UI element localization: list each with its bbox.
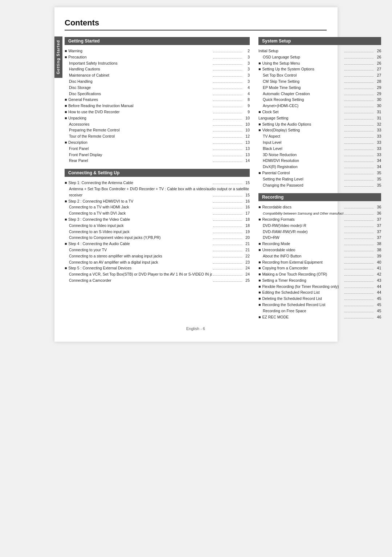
- toc-entry: Changing the Password35: [258, 182, 381, 188]
- toc-entry: Compatibility between Samsung and Other …: [258, 210, 381, 216]
- toc-entry: ■Parental Control35: [258, 170, 381, 176]
- right-column: System Setup Initial Setup26OSD Language…: [258, 37, 381, 320]
- page-number: 18: [243, 216, 250, 223]
- entry-text: TV Aspect: [263, 133, 343, 139]
- page-number: 27: [375, 66, 381, 72]
- page-number: 27: [375, 72, 381, 78]
- page-number: 24: [243, 271, 250, 277]
- leader: [344, 156, 373, 156]
- page-number: 41: [375, 265, 381, 271]
- leader: [213, 239, 242, 239]
- leader: [213, 64, 242, 65]
- page-number: 13: [243, 146, 250, 152]
- toc-entry: Handling Cautions3: [65, 66, 250, 72]
- entry-text: Antenna + Set Top Box Controller + DVD R…: [69, 186, 250, 192]
- leader: [213, 119, 242, 119]
- entry-text: ■Step 1: Connecting the Antenna Cable: [65, 180, 212, 186]
- page-number: 4: [243, 91, 250, 97]
- toc-entry: ■Making a One Touch Recording (OTR)42: [258, 271, 381, 277]
- page-number: 9: [243, 103, 250, 109]
- entry-text: Connecting to an S-Video input jack: [69, 229, 212, 235]
- leader: [344, 76, 373, 77]
- toc-entry: Front Panel13: [65, 146, 250, 152]
- entry-text: Connecting a VCR, Set Top Box(STB) or DV…: [69, 271, 212, 277]
- leader: [344, 101, 373, 101]
- leader: [213, 214, 242, 215]
- entry-text: ■Warning: [65, 48, 212, 54]
- toc-entry: Set Top Box Control27: [258, 72, 381, 78]
- toc-entry: Automatic Chapter Creation29: [258, 91, 381, 97]
- leader: [213, 233, 242, 233]
- toc-entry: OSD Language Setup26: [258, 54, 381, 60]
- toc-entry: TV Aspect33: [258, 133, 381, 139]
- toc-entry: Disc Handling3: [65, 78, 250, 85]
- leader: [344, 288, 373, 288]
- toc-entry: Connecting to your TV21: [65, 247, 250, 253]
- leader: [213, 125, 242, 126]
- page-number: 33: [375, 127, 381, 133]
- toc-entry: Connecting a Camcorder25: [65, 277, 250, 284]
- entry-text: ■Editing the Scheduled Record List: [258, 289, 343, 296]
- page-number: 3: [243, 78, 250, 85]
- toc-entry: EP Mode Time Setting29: [258, 85, 381, 91]
- leader: [344, 245, 373, 245]
- page-number: 16: [243, 198, 250, 204]
- toc-entry: ■Recording Formats37: [258, 216, 381, 223]
- entry-text: Disc Storage: [69, 85, 212, 91]
- entry-text: Preparing the Remote Control: [69, 127, 212, 133]
- page-number: 21: [243, 247, 250, 253]
- leader: [213, 143, 242, 144]
- toc-entry: Connecting a VCR, Set Top Box(STB) or DV…: [65, 271, 250, 277]
- entry-text: Connecting to a TV with DVI Jack: [69, 210, 212, 216]
- leader: [344, 52, 373, 52]
- entry-text: ■Unrecordable video: [258, 247, 343, 253]
- entry-text: ■Step 5 : Connecting External Devices: [65, 265, 212, 271]
- toc-entry: Black Level33: [258, 146, 381, 152]
- leader: [344, 137, 373, 138]
- page-number: 37: [375, 229, 381, 235]
- toc-entry: Maintenance of Cabinet3: [65, 72, 250, 78]
- toc-entry: ■Clock Set31: [258, 109, 381, 115]
- section-header-getting-started: Getting Started: [65, 37, 250, 45]
- page-number: 37: [375, 223, 381, 229]
- toc-entry: Connecting to Component video input jack…: [65, 235, 250, 241]
- entry-text: DVD+RW: [263, 235, 343, 241]
- page-number: 33: [375, 139, 381, 146]
- leader: [344, 143, 373, 144]
- toc-entry: ■Step 4 : Connecting the Audio Cable21: [65, 241, 250, 247]
- leader: [344, 233, 373, 233]
- leader: [344, 168, 373, 168]
- leader: [344, 312, 373, 312]
- toc-entry: ■Setting Up the Audio Options32: [258, 121, 381, 127]
- page-number: 37: [375, 235, 381, 241]
- toc-entry: Antenna + Set Top Box Controller + DVD R…: [65, 186, 250, 192]
- page-number: 33: [375, 152, 381, 158]
- toc-layout: Getting Started ■Warning2■Precaution3Imp…: [65, 37, 327, 320]
- entry-text: Front Panel: [69, 146, 212, 152]
- leader: [213, 113, 242, 113]
- toc-entry: Rear Panel14: [65, 158, 250, 164]
- page-number: 8: [243, 97, 250, 103]
- entry-text: ■Recording from External Equipment: [258, 259, 343, 265]
- leader: [344, 263, 373, 264]
- entry-text: Connecting to a TV with HDMI Jack: [69, 204, 212, 210]
- entry-text: OSD Language Setup: [263, 54, 343, 60]
- entry-text: Accessories: [69, 121, 212, 127]
- page-number: 10: [243, 115, 250, 121]
- page-number: 2: [243, 48, 250, 54]
- entry-text: Setting the Rating Level: [263, 176, 343, 182]
- leader: [344, 174, 373, 174]
- toc-entry: Disc Storage4: [65, 85, 250, 91]
- page-number: 35: [375, 182, 381, 188]
- toc-entry: ■Description13: [65, 139, 250, 146]
- leader: [213, 263, 242, 264]
- leader: [213, 245, 242, 245]
- page-number: 28: [375, 78, 381, 85]
- entry-text: DVD-RAM/-RW(VR mode): [263, 229, 343, 235]
- page-number: 30: [375, 103, 381, 109]
- toc-entry: ■Precaution3: [65, 54, 250, 60]
- entry-text: ■Setting a Timer Recording: [258, 277, 343, 284]
- entry-text: CM Skip Time Setting: [263, 78, 343, 85]
- leader: [213, 82, 242, 83]
- entry-text: Maintenance of Cabinet: [69, 72, 212, 78]
